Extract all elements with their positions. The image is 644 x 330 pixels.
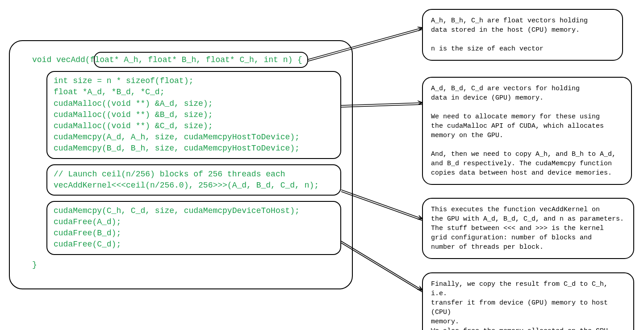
code-line: cudaMalloc((void **) &B_d, size); (54, 109, 334, 121)
code-line: // Launch ceil(n/256) blocks of 256 thre… (54, 169, 334, 180)
signature-row: void vecAdd(float* A_h, float* B_h, floa… (32, 54, 339, 66)
code-line: vecAddKernel<<<ceil(n/256.0), 256>>>(A_d… (54, 180, 334, 191)
code-line: cudaMalloc((void **) &A_d, size); (54, 98, 334, 109)
code-line: cudaFree(B_d); (54, 228, 334, 239)
code-line: cudaMemcpy(A_d, A_h, size, cudaMemcpyHos… (54, 132, 334, 143)
alloc-copy-block: int size = n * sizeof(float); float *A_d… (46, 71, 341, 159)
code-line: cudaFree(A_d); (54, 217, 334, 228)
code-container: void vecAdd(float* A_h, float* B_h, floa… (9, 40, 353, 289)
kernel-launch-block: // Launch ceil(n/256) blocks of 256 thre… (46, 164, 341, 196)
annotation-free: Finally, we copy the result from C_d to … (422, 272, 634, 330)
code-line: cudaMemcpy(C_h, C_d, size, cudaMemcpyDev… (54, 205, 334, 217)
code-line: float *A_d, *B_d, *C_d; (54, 87, 334, 98)
code-line: cudaMemcpy(B_d, B_h, size, cudaMemcpyHos… (54, 143, 334, 154)
copy-free-block: cudaMemcpy(C_h, C_d, size, cudaMemcpyDev… (46, 201, 341, 255)
close-brace: } (32, 259, 339, 271)
code-line: int size = n * sizeof(float); (54, 75, 334, 87)
annotation-params: A_h, B_h, C_h are float vectors holding … (422, 9, 623, 61)
code-line: cudaMalloc((void **) &C_d, size); (54, 121, 334, 132)
signature-box (94, 52, 308, 68)
annotation-kernel: This executes the function vecAddKernel … (422, 198, 634, 259)
annotation-alloc: A_d, B_d, C_d are vectors for holding da… (422, 77, 632, 185)
code-line: cudaFree(C_d); (54, 239, 334, 250)
